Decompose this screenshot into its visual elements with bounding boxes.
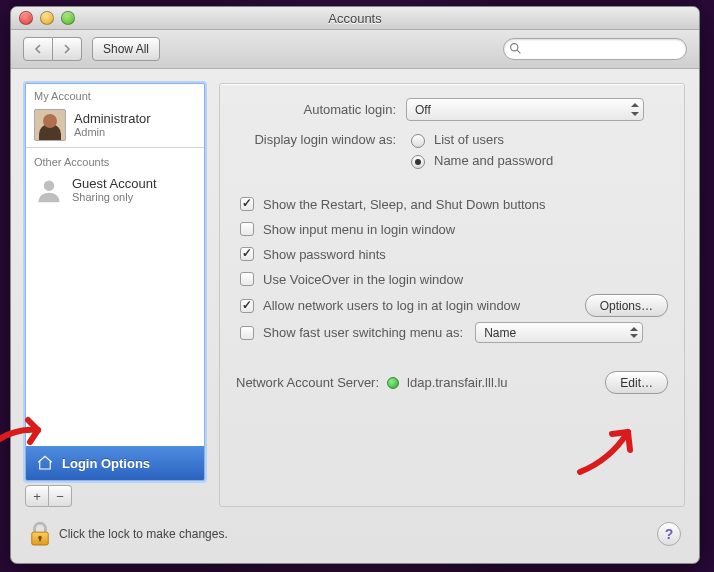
status-dot-icon — [387, 377, 399, 389]
stepper-up-icon — [631, 103, 639, 107]
titlebar: Accounts — [11, 7, 699, 30]
cb-label: Show input menu in login window — [263, 222, 455, 237]
lock-text: Click the lock to make changes. — [59, 527, 228, 541]
cb-label: Show fast user switching menu as: — [263, 325, 463, 340]
cb-input-menu[interactable] — [236, 219, 257, 239]
stepper-down-icon — [631, 112, 639, 116]
avatar-icon — [34, 109, 66, 141]
chevron-right-icon — [62, 44, 72, 54]
network-account-value: ldap.transfair.lll.lu — [407, 375, 507, 390]
nav-segment — [23, 37, 82, 61]
radio-list-of-users[interactable]: List of users — [406, 131, 553, 148]
accounts-window: Accounts Show All My Account — [10, 6, 700, 564]
radio-input[interactable] — [411, 155, 425, 169]
automatic-login-popup[interactable]: Off — [406, 98, 644, 121]
search-field[interactable] — [503, 38, 687, 60]
stepper-up-icon — [630, 327, 638, 331]
login-options-label: Login Options — [62, 456, 150, 471]
cb-label: Show password hints — [263, 247, 386, 262]
radio-label: Name and password — [434, 153, 553, 168]
zoom-window-button[interactable] — [61, 11, 75, 25]
network-account-row: Network Account Server: ldap.transfair.l… — [236, 371, 668, 394]
edit-button[interactable]: Edit… — [605, 371, 668, 394]
cb-fast-switch[interactable] — [236, 323, 257, 343]
options-button[interactable]: Options… — [585, 294, 668, 317]
chevron-left-icon — [33, 44, 43, 54]
login-options-panel: Automatic login: Off Display login windo… — [219, 83, 685, 507]
divider — [26, 147, 204, 148]
search-input[interactable] — [526, 41, 686, 57]
minimize-window-button[interactable] — [40, 11, 54, 25]
guest-silhouette-icon — [34, 175, 64, 205]
account-role: Sharing only — [72, 191, 157, 203]
add-account-button[interactable]: + — [25, 485, 49, 507]
svg-rect-5 — [39, 538, 41, 542]
cb-row-network-users: Allow network users to log in at login w… — [236, 294, 668, 317]
options-label: Options… — [600, 299, 653, 313]
search-icon — [509, 42, 522, 55]
checkbox-input[interactable] — [240, 197, 254, 211]
svg-point-2 — [44, 180, 55, 191]
lock-icon[interactable] — [29, 521, 51, 547]
login-options-row[interactable]: Login Options — [26, 446, 204, 480]
checkbox-input[interactable] — [240, 326, 254, 340]
automatic-login-row: Automatic login: Off — [236, 98, 668, 121]
pref-body: My Account Administrator Admin Other Acc… — [11, 69, 699, 507]
account-row-guest[interactable]: Guest Account Sharing only — [26, 171, 204, 209]
network-account-label: Network Account Server: — [236, 375, 379, 390]
house-icon — [36, 454, 54, 472]
cb-voiceover[interactable] — [236, 269, 257, 289]
automatic-login-label: Automatic login: — [236, 102, 396, 117]
display-login-row: Display login window as: List of users N… — [236, 131, 668, 169]
fast-switch-value: Name — [484, 326, 516, 340]
sidebar-section-my: My Account — [26, 84, 204, 105]
radio-input[interactable] — [411, 134, 425, 148]
forward-button[interactable] — [53, 37, 82, 61]
checkbox-input[interactable] — [240, 272, 254, 286]
display-login-label: Display login window as: — [236, 131, 396, 147]
footer: Click the lock to make changes. ? — [11, 507, 699, 563]
show-all-button[interactable]: Show All — [92, 37, 160, 61]
cb-row-pw-hints: Show password hints — [236, 244, 668, 264]
cb-row-restart: Show the Restart, Sleep, and Shut Down b… — [236, 194, 668, 214]
checkbox-input[interactable] — [240, 247, 254, 261]
cb-label: Allow network users to log in at login w… — [263, 298, 520, 313]
accounts-sidebar: My Account Administrator Admin Other Acc… — [25, 83, 205, 481]
window-controls — [11, 11, 75, 25]
svg-line-1 — [517, 50, 520, 53]
checkbox-input[interactable] — [240, 299, 254, 313]
fast-switch-popup[interactable]: Name — [475, 322, 643, 343]
cb-pw-hints[interactable] — [236, 244, 257, 264]
cb-network-users[interactable] — [236, 296, 257, 316]
toolbar: Show All — [11, 30, 699, 69]
sidebar-column: My Account Administrator Admin Other Acc… — [25, 83, 205, 507]
account-name: Administrator — [74, 112, 151, 126]
cb-label: Use VoiceOver in the login window — [263, 272, 463, 287]
radio-name-password[interactable]: Name and password — [406, 152, 553, 169]
account-name: Guest Account — [72, 177, 157, 191]
account-row-admin[interactable]: Administrator Admin — [26, 105, 204, 145]
checkbox-input[interactable] — [240, 222, 254, 236]
close-window-button[interactable] — [19, 11, 33, 25]
cb-row-fast-switch: Show fast user switching menu as: Name — [236, 322, 668, 343]
svg-point-0 — [511, 44, 518, 51]
cb-restart[interactable] — [236, 194, 257, 214]
cb-row-input-menu: Show input menu in login window — [236, 219, 668, 239]
sidebar-section-other: Other Accounts — [26, 150, 204, 171]
cb-label: Show the Restart, Sleep, and Shut Down b… — [263, 197, 546, 212]
cb-row-voiceover: Use VoiceOver in the login window — [236, 269, 668, 289]
show-all-label: Show All — [103, 42, 149, 56]
window-title: Accounts — [11, 11, 699, 26]
stepper-down-icon — [630, 334, 638, 338]
account-role: Admin — [74, 126, 151, 138]
help-button[interactable]: ? — [657, 522, 681, 546]
edit-label: Edit… — [620, 376, 653, 390]
back-button[interactable] — [23, 37, 53, 61]
remove-account-button[interactable]: − — [49, 485, 72, 507]
automatic-login-value: Off — [415, 103, 431, 117]
add-remove-segment: + − — [25, 485, 205, 507]
radio-label: List of users — [434, 132, 504, 147]
